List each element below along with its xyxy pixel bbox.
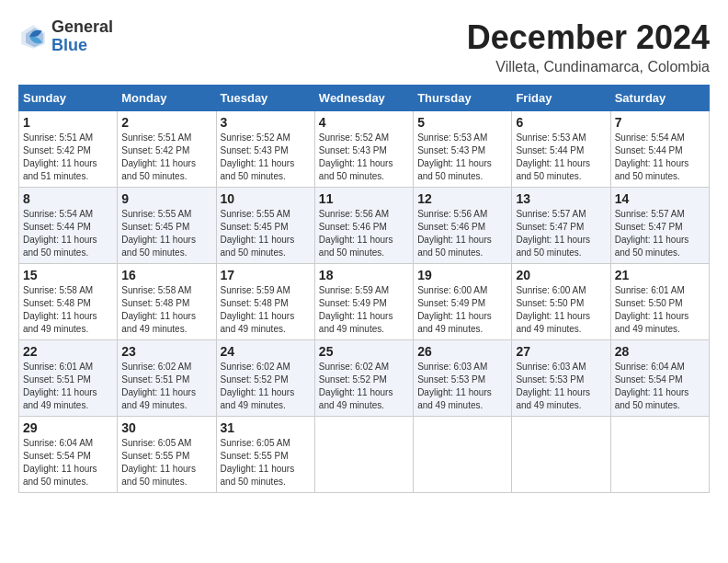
day-number: 13: [516, 191, 606, 206]
day-number: 8: [23, 191, 113, 206]
day-number: 19: [417, 268, 507, 282]
day-number: 27: [516, 344, 606, 359]
calendar-cell: 21Sunrise: 6:01 AMSunset: 5:50 PMDayligh…: [610, 264, 709, 340]
day-number: 25: [319, 344, 409, 359]
weekday-header-tuesday: Tuesday: [216, 86, 314, 111]
calendar-cell: 26Sunrise: 6:03 AMSunset: 5:53 PMDayligh…: [414, 340, 512, 417]
calendar-cell: 7Sunrise: 5:54 AMSunset: 5:44 PMDaylight…: [610, 111, 709, 188]
day-info: Sunrise: 6:05 AMSunset: 5:55 PMDaylight:…: [221, 437, 311, 488]
day-info: Sunrise: 5:53 AMSunset: 5:43 PMDaylight:…: [417, 132, 507, 183]
weekday-header-monday: Monday: [118, 86, 216, 111]
day-number: 14: [615, 191, 705, 206]
day-number: 23: [121, 344, 211, 359]
calendar-cell: 24Sunrise: 6:02 AMSunset: 5:52 PMDayligh…: [216, 340, 314, 417]
day-number: 6: [516, 115, 606, 130]
calendar-cell: 29Sunrise: 6:04 AMSunset: 5:54 PMDayligh…: [19, 417, 118, 493]
day-number: 7: [615, 115, 705, 130]
day-info: Sunrise: 6:00 AMSunset: 5:49 PMDaylight:…: [417, 284, 507, 336]
calendar-cell: 2Sunrise: 5:51 AMSunset: 5:42 PMDaylight…: [118, 111, 216, 188]
day-info: Sunrise: 5:59 AMSunset: 5:49 PMDaylight:…: [319, 284, 409, 336]
calendar-cell: 8Sunrise: 5:54 AMSunset: 5:44 PMDaylight…: [19, 188, 118, 264]
calendar-cell: [314, 417, 413, 493]
weekday-header-thursday: Thursday: [414, 86, 512, 111]
calendar-cell: 28Sunrise: 6:04 AMSunset: 5:54 PMDayligh…: [610, 340, 709, 417]
day-info: Sunrise: 5:53 AMSunset: 5:44 PMDaylight:…: [516, 132, 606, 183]
calendar-cell: 18Sunrise: 5:59 AMSunset: 5:49 PMDayligh…: [314, 264, 413, 340]
calendar-cell: 9Sunrise: 5:55 AMSunset: 5:45 PMDaylight…: [118, 188, 216, 264]
day-number: 21: [615, 268, 705, 282]
calendar-cell: [414, 417, 512, 493]
month-title: December 2024: [467, 18, 710, 57]
day-info: Sunrise: 6:05 AMSunset: 5:55 PMDaylight:…: [121, 437, 211, 488]
day-number: 28: [615, 344, 705, 359]
day-number: 5: [417, 115, 507, 130]
calendar-cell: 31Sunrise: 6:05 AMSunset: 5:55 PMDayligh…: [216, 417, 314, 493]
day-number: 18: [319, 268, 409, 282]
day-number: 30: [121, 420, 211, 435]
day-info: Sunrise: 5:56 AMSunset: 5:46 PMDaylight:…: [319, 208, 409, 259]
day-number: 10: [221, 191, 311, 206]
day-info: Sunrise: 6:04 AMSunset: 5:54 PMDaylight:…: [23, 437, 113, 488]
day-info: Sunrise: 5:58 AMSunset: 5:48 PMDaylight:…: [23, 284, 113, 336]
calendar-cell: 25Sunrise: 6:02 AMSunset: 5:52 PMDayligh…: [314, 340, 413, 417]
day-info: Sunrise: 5:59 AMSunset: 5:48 PMDaylight:…: [221, 284, 311, 336]
location-text: Villeta, Cundinamarca, Colombia: [467, 59, 710, 75]
day-info: Sunrise: 6:01 AMSunset: 5:51 PMDaylight:…: [23, 361, 113, 412]
calendar-cell: 6Sunrise: 5:53 AMSunset: 5:44 PMDaylight…: [512, 111, 610, 188]
calendar-week-4: 22Sunrise: 6:01 AMSunset: 5:51 PMDayligh…: [19, 340, 710, 417]
day-number: 29: [23, 420, 113, 435]
weekday-header-row: SundayMondayTuesdayWednesdayThursdayFrid…: [19, 86, 710, 111]
day-info: Sunrise: 5:54 AMSunset: 5:44 PMDaylight:…: [615, 132, 705, 183]
day-number: 17: [221, 268, 311, 282]
day-info: Sunrise: 5:56 AMSunset: 5:46 PMDaylight:…: [417, 208, 507, 259]
day-info: Sunrise: 6:03 AMSunset: 5:53 PMDaylight:…: [417, 361, 507, 412]
day-info: Sunrise: 5:52 AMSunset: 5:43 PMDaylight:…: [221, 132, 311, 183]
calendar-cell: 23Sunrise: 6:02 AMSunset: 5:51 PMDayligh…: [118, 340, 216, 417]
day-number: 26: [417, 344, 507, 359]
calendar-cell: 10Sunrise: 5:55 AMSunset: 5:45 PMDayligh…: [216, 188, 314, 264]
calendar-cell: 11Sunrise: 5:56 AMSunset: 5:46 PMDayligh…: [314, 188, 413, 264]
day-info: Sunrise: 5:55 AMSunset: 5:45 PMDaylight:…: [121, 208, 211, 259]
logo: General Blue: [18, 18, 113, 55]
weekday-header-saturday: Saturday: [610, 86, 709, 111]
day-number: 9: [121, 191, 211, 206]
day-number: 24: [221, 344, 311, 359]
logo-general-text: General: [51, 18, 113, 37]
day-info: Sunrise: 5:54 AMSunset: 5:44 PMDaylight:…: [23, 208, 113, 259]
calendar-cell: 19Sunrise: 6:00 AMSunset: 5:49 PMDayligh…: [414, 264, 512, 340]
page-header: General Blue December 2024 Villeta, Cund…: [18, 18, 710, 75]
day-info: Sunrise: 5:51 AMSunset: 5:42 PMDaylight:…: [23, 132, 113, 183]
day-info: Sunrise: 6:03 AMSunset: 5:53 PMDaylight:…: [516, 361, 606, 412]
calendar-cell: 17Sunrise: 5:59 AMSunset: 5:48 PMDayligh…: [216, 264, 314, 340]
calendar-cell: 4Sunrise: 5:52 AMSunset: 5:43 PMDaylight…: [314, 111, 413, 188]
calendar-cell: 3Sunrise: 5:52 AMSunset: 5:43 PMDaylight…: [216, 111, 314, 188]
day-number: 11: [319, 191, 409, 206]
weekday-header-friday: Friday: [512, 86, 610, 111]
day-number: 31: [221, 420, 311, 435]
day-number: 22: [23, 344, 113, 359]
calendar-cell: 30Sunrise: 6:05 AMSunset: 5:55 PMDayligh…: [118, 417, 216, 493]
calendar-cell: 1Sunrise: 5:51 AMSunset: 5:42 PMDaylight…: [19, 111, 118, 188]
day-info: Sunrise: 5:57 AMSunset: 5:47 PMDaylight:…: [615, 208, 705, 259]
day-number: 20: [516, 268, 606, 282]
calendar-cell: 12Sunrise: 5:56 AMSunset: 5:46 PMDayligh…: [414, 188, 512, 264]
calendar-week-1: 1Sunrise: 5:51 AMSunset: 5:42 PMDaylight…: [19, 111, 710, 188]
day-number: 12: [417, 191, 507, 206]
calendar-cell: 27Sunrise: 6:03 AMSunset: 5:53 PMDayligh…: [512, 340, 610, 417]
calendar-cell: 15Sunrise: 5:58 AMSunset: 5:48 PMDayligh…: [19, 264, 118, 340]
calendar-cell: 20Sunrise: 6:00 AMSunset: 5:50 PMDayligh…: [512, 264, 610, 340]
day-number: 2: [121, 115, 211, 130]
calendar-week-3: 15Sunrise: 5:58 AMSunset: 5:48 PMDayligh…: [19, 264, 710, 340]
weekday-header-sunday: Sunday: [19, 86, 118, 111]
calendar-table: SundayMondayTuesdayWednesdayThursdayFrid…: [18, 85, 710, 493]
day-info: Sunrise: 6:00 AMSunset: 5:50 PMDaylight:…: [516, 284, 606, 336]
calendar-cell: [512, 417, 610, 493]
calendar-cell: 22Sunrise: 6:01 AMSunset: 5:51 PMDayligh…: [19, 340, 118, 417]
day-number: 15: [23, 268, 113, 282]
calendar-cell: 16Sunrise: 5:58 AMSunset: 5:48 PMDayligh…: [118, 264, 216, 340]
title-block: December 2024 Villeta, Cundinamarca, Col…: [467, 18, 710, 75]
day-info: Sunrise: 5:57 AMSunset: 5:47 PMDaylight:…: [516, 208, 606, 259]
day-info: Sunrise: 5:52 AMSunset: 5:43 PMDaylight:…: [319, 132, 409, 183]
day-info: Sunrise: 5:51 AMSunset: 5:42 PMDaylight:…: [121, 132, 211, 183]
day-info: Sunrise: 6:02 AMSunset: 5:52 PMDaylight:…: [221, 361, 311, 412]
